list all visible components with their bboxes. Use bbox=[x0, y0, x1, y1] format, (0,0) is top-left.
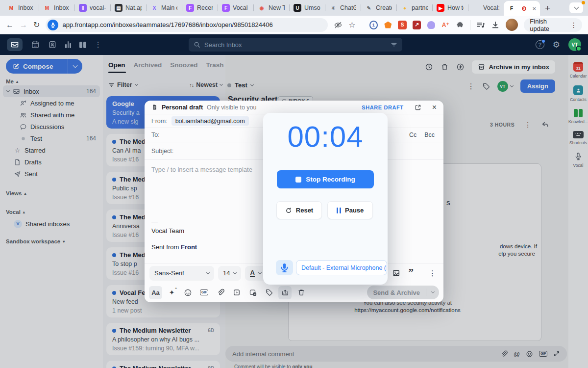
font-family-select[interactable]: Sans-Serif bbox=[149, 266, 214, 281]
password-extension-icon[interactable]: 1 bbox=[369, 21, 378, 29]
format-kebab-icon[interactable]: ⋮ bbox=[429, 269, 436, 278]
microsoft-icon bbox=[472, 4, 480, 12]
send-archive-button[interactable]: Send & Archive bbox=[367, 286, 439, 299]
tab-close-icon[interactable]: × bbox=[532, 5, 536, 12]
browser-tab[interactable]: ✳ChatGP bbox=[325, 0, 361, 16]
microphone-device-select[interactable]: Default - External Microphone (Bu bbox=[296, 260, 387, 275]
microphone-icon-button[interactable] bbox=[276, 260, 293, 275]
knowledge-base-nav-icon[interactable] bbox=[79, 42, 86, 48]
browser-tab[interactable]: ◉New Ta bbox=[253, 0, 289, 16]
contacts-nav-icon[interactable] bbox=[48, 40, 57, 49]
emoji-button[interactable] bbox=[181, 286, 195, 299]
search-filter-icon[interactable] bbox=[391, 41, 397, 48]
tab-title: ChatGP bbox=[340, 4, 356, 11]
eye-off-icon[interactable] bbox=[334, 21, 343, 29]
analytics-nav-icon[interactable] bbox=[65, 41, 71, 48]
update-notification-dot bbox=[582, 1, 585, 4]
extensions-puzzle-icon[interactable] bbox=[456, 21, 464, 29]
bookmark-star-icon[interactable]: ☆ bbox=[348, 20, 355, 29]
browser-tab[interactable]: ▤Nat.ap bbox=[110, 0, 146, 16]
from-address-chip[interactable]: bot.iamfahad@gmail.com bbox=[172, 116, 249, 126]
figma-icon: F bbox=[186, 4, 194, 12]
browser-profile-avatar[interactable] bbox=[506, 19, 518, 31]
metamask-extension-icon[interactable] bbox=[384, 21, 392, 29]
tag-button[interactable] bbox=[262, 286, 275, 299]
a-plus-extension-icon[interactable]: A⁺ bbox=[441, 21, 450, 29]
front-icon: F bbox=[508, 4, 515, 12]
screen: MInbox (MInbox (‖vocal-e▤Nat.apXMain dFR… bbox=[0, 0, 588, 368]
gear-icon[interactable]: ⚙ bbox=[553, 40, 560, 50]
reset-button[interactable]: Reset bbox=[276, 201, 322, 219]
tab-search-menu-button[interactable] bbox=[569, 2, 583, 13]
browser-tab[interactable]: MInbox ( bbox=[3, 0, 39, 16]
browser-tab[interactable]: ▶How to bbox=[432, 0, 468, 16]
more-apps-kebab-icon[interactable]: ⋮ bbox=[95, 40, 102, 49]
browser-toolbar: ← → ↻ app.frontapp.com/inboxes/teammates… bbox=[0, 16, 588, 34]
canned-response-button[interactable] bbox=[230, 286, 243, 299]
browser-tab[interactable]: ✎Create bbox=[361, 0, 396, 16]
compose-toolbar: Aa ✦+ GIF Se bbox=[145, 283, 443, 302]
popout-icon[interactable] bbox=[415, 104, 421, 111]
gmail-icon: M bbox=[7, 4, 15, 12]
shortcut-extension-icon[interactable]: S bbox=[398, 21, 406, 29]
figma-icon: F bbox=[222, 4, 230, 12]
browser-tab[interactable]: MInbox ( bbox=[39, 0, 74, 16]
cc-button[interactable]: Cc bbox=[409, 131, 416, 138]
text-style-button[interactable]: Aa bbox=[149, 286, 162, 299]
send-later-button[interactable] bbox=[246, 286, 259, 299]
inbox-nav-icon[interactable] bbox=[7, 38, 23, 51]
reload-button[interactable]: ↻ bbox=[33, 21, 40, 29]
attach-button[interactable] bbox=[214, 286, 227, 299]
svg-text:31: 31 bbox=[34, 44, 37, 47]
vocal-recorder-button[interactable] bbox=[278, 286, 292, 299]
discard-draft-button[interactable] bbox=[294, 286, 308, 299]
search-input[interactable]: Search Inbox bbox=[189, 38, 402, 52]
font-size-select[interactable]: 14 bbox=[218, 266, 241, 281]
toolbar-divider bbox=[470, 20, 470, 30]
chatgpt-icon: ✳ bbox=[329, 4, 337, 12]
user-avatar[interactable]: VT bbox=[568, 38, 581, 51]
vocal-app-icon: ‖ bbox=[79, 4, 87, 12]
close-icon[interactable]: × bbox=[432, 103, 437, 112]
browser-tab-active[interactable]: F× bbox=[504, 1, 540, 16]
mic-permission-icon[interactable] bbox=[48, 20, 58, 30]
quote-icon[interactable]: ” bbox=[409, 270, 414, 277]
pause-button[interactable]: Pause bbox=[327, 201, 373, 219]
new-tab-button[interactable]: + bbox=[545, 3, 550, 13]
address-bar[interactable]: app.frontapp.com/inboxes/teammates/17697… bbox=[46, 18, 328, 32]
redirect-extension-icon[interactable]: ↗ bbox=[413, 21, 421, 29]
stop-recording-button[interactable]: Stop Recording bbox=[277, 170, 374, 188]
browser-tab[interactable]: ‖vocal-e bbox=[74, 0, 110, 16]
umso-icon: U bbox=[294, 4, 301, 12]
browser-tab[interactable]: Vocal: bbox=[468, 0, 504, 16]
browser-tab[interactable]: XMain d bbox=[146, 0, 182, 16]
finish-update-label: Finish update bbox=[530, 18, 566, 32]
media-playlist-icon[interactable] bbox=[476, 21, 485, 29]
share-draft-button[interactable]: SHARE DRAFT bbox=[362, 105, 403, 110]
phantom-extension-icon[interactable] bbox=[427, 21, 435, 29]
send-options-dropdown[interactable] bbox=[426, 292, 439, 293]
insert-image-icon[interactable] bbox=[392, 269, 400, 277]
finish-update-button[interactable]: Finish update ⋮ bbox=[524, 18, 582, 32]
from-label: From: bbox=[151, 118, 168, 125]
voice-recorder-popover: 00:04 Stop Recording Reset Pause Default… bbox=[263, 113, 388, 285]
calendar-nav-icon[interactable]: 31 bbox=[31, 40, 40, 49]
forward-button[interactable]: → bbox=[20, 21, 27, 29]
downloads-icon[interactable] bbox=[491, 21, 500, 29]
tab-title: Create bbox=[376, 4, 392, 11]
docs-icon: ✎ bbox=[365, 4, 373, 12]
browser-tab[interactable]: UUmso bbox=[289, 0, 325, 16]
back-button[interactable]: ← bbox=[6, 21, 14, 29]
browser-tab[interactable]: FVocal ( bbox=[218, 0, 253, 16]
gif-button[interactable]: GIF bbox=[197, 286, 211, 299]
kebab-menu-icon[interactable]: ⋮ bbox=[570, 21, 577, 29]
youtube-icon: ▶ bbox=[437, 4, 444, 12]
bcc-button[interactable]: Bcc bbox=[424, 131, 435, 138]
browser-tab[interactable]: FRecent bbox=[182, 0, 218, 16]
recording-timer: 00:04 bbox=[263, 120, 388, 154]
help-icon[interactable]: ? bbox=[536, 40, 544, 49]
search-icon bbox=[194, 41, 200, 48]
browser-tab[interactable]: ●partne bbox=[396, 0, 432, 16]
help-notification-dot bbox=[542, 40, 545, 43]
ai-sparkle-button[interactable]: ✦+ bbox=[165, 286, 178, 299]
